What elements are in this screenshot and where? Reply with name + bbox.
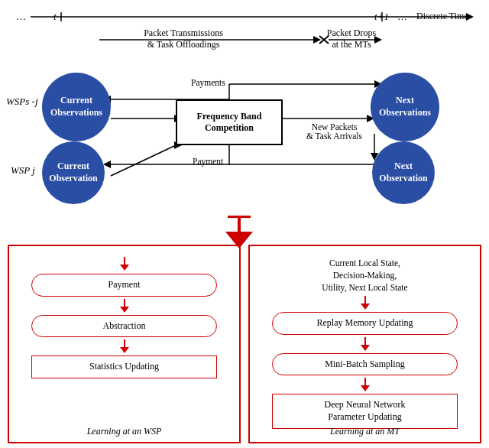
statistics-updating-step: Statistics Updating (31, 355, 216, 378)
learning-mt-box: Current Local State,Decision-Making,Util… (248, 245, 481, 443)
learning-wsp-box: Payment Abstraction Statistics Updating … (8, 245, 241, 443)
current-local-state-label: Current Local State,Decision-Making,Util… (322, 257, 407, 294)
freq-band-competition-box: Frequency Band Competition (176, 99, 283, 145)
wsp-j-label: WSP j (11, 164, 35, 177)
abstraction-step: Abstraction (31, 315, 216, 338)
wsps-j-label: WSPs -j (6, 96, 38, 108)
red-connector-arrow (225, 216, 253, 248)
next-observations-circle: Next Observations (371, 73, 439, 141)
payment-step: Payment (31, 274, 216, 297)
t-label: t (53, 11, 57, 23)
new-packets-label: New Packets & Task Arrivals (298, 122, 371, 141)
dots-right: … (397, 11, 407, 23)
discrete-time-label: Discrete Time (416, 11, 468, 22)
dots-left: … (17, 11, 26, 23)
current-observation-circle: Current Observation (42, 141, 105, 204)
bottom-section: Payment Abstraction Statistics Updating … (8, 245, 481, 443)
learning-wsp-title: Learning at an WSP (9, 426, 239, 437)
replay-memory-step: Replay Memory Updating (272, 312, 457, 335)
diagram-container: … t t+1 … Discrete Time Packet Transmiss… (0, 0, 489, 448)
current-observations-circle: Current Observations (42, 73, 111, 141)
next-observation-circle: Next Observation (372, 141, 435, 204)
t1-label: t+1 (374, 11, 389, 23)
payments-label: Payments (191, 78, 225, 87)
svg-line-25 (111, 145, 176, 176)
payment-single-label: Payment (193, 157, 223, 166)
packet-drops-label: Packet Drops at the MTs (317, 28, 386, 50)
learning-mt-title: Learning at an MT (250, 426, 480, 437)
dnn-step: Deep Neural NetworkParameter Updating (272, 394, 457, 428)
packet-transmissions-label: Packet Transmissions & Task Offloadings (122, 28, 244, 50)
mini-batch-step: Mini-Batch Sampling (272, 353, 457, 376)
